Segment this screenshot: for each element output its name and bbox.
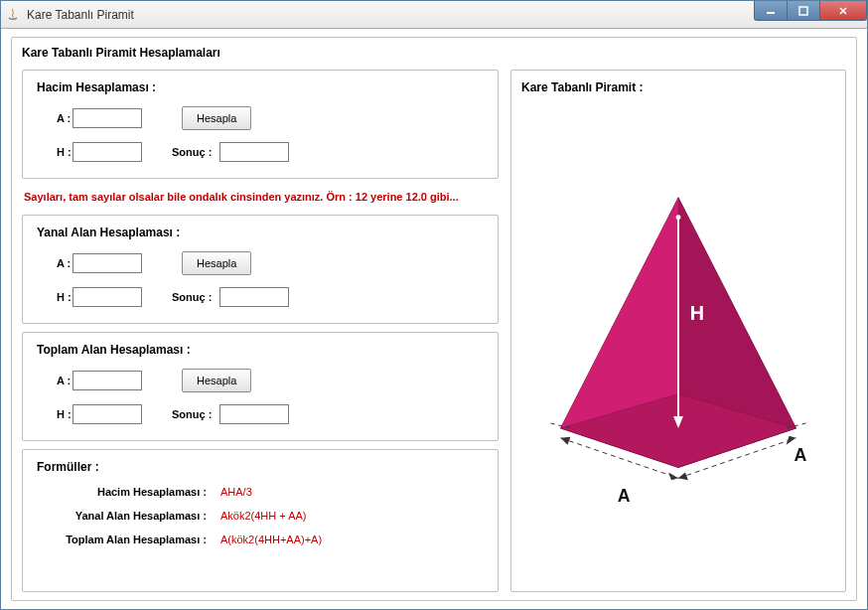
hacim-h-label: H :	[37, 146, 72, 158]
svg-marker-14	[678, 472, 688, 480]
content-area: Kare Tabanlı Piramit Hesaplamaları Hacim…	[1, 29, 867, 609]
minimize-button[interactable]	[754, 1, 788, 21]
hacim-hesapla-button[interactable]: Hesapla	[182, 106, 251, 130]
hacim-sonuc-label: Sonuç :	[172, 146, 212, 158]
main-header: Kare Tabanlı Piramit Hesaplamaları	[22, 46, 846, 60]
maximize-button[interactable]	[787, 1, 820, 21]
svg-marker-11	[561, 437, 571, 445]
yanal-a-label: A :	[37, 257, 72, 269]
svg-marker-15	[787, 436, 796, 445]
svg-marker-12	[668, 472, 678, 480]
toplam-h-input[interactable]	[72, 404, 142, 424]
toplam-h-label: H :	[37, 408, 72, 420]
yanal-title: Yanal Alan Hesaplaması :	[37, 226, 484, 239]
hacim-panel: Hacim Hesaplaması : A : Hesapla H : Sonu…	[22, 70, 499, 179]
yanal-a-input[interactable]	[72, 253, 142, 273]
hacim-h-input[interactable]	[72, 142, 142, 162]
window-title: Kare Tabanlı Piramit	[27, 8, 134, 22]
java-icon	[5, 7, 21, 23]
formula-yanal-value: Akök2(4HH + AA)	[220, 510, 307, 522]
formula-hacim-label: Hacim Hesaplaması :	[37, 486, 220, 498]
formula-toplam-value: A(kök2(4HH+AA)+A)	[220, 534, 322, 545]
diagram-panel: Kare Tabanlı Piramit :	[510, 70, 846, 592]
warning-text: Sayıları, tam sayılar olsalar bile ondal…	[22, 187, 499, 207]
toplam-hesapla-button[interactable]: Hesapla	[182, 369, 251, 392]
titlebar: Kare Tabanlı Piramit	[1, 1, 867, 29]
hacim-a-label: A :	[37, 112, 72, 124]
toplam-a-label: A :	[37, 375, 72, 386]
yanal-h-input[interactable]	[72, 287, 142, 307]
toplam-a-input[interactable]	[72, 371, 142, 390]
yanal-hesapla-button[interactable]: Hesapla	[182, 251, 251, 275]
diagram-title: Kare Tabanlı Piramit :	[521, 80, 835, 94]
svg-rect-1	[799, 7, 807, 15]
yanal-sonuc-label: Sonuç :	[172, 291, 212, 303]
toplam-title: Toplam Alan Hesaplaması :	[37, 343, 484, 357]
toplam-panel: Toplam Alan Hesaplaması : A : Hesapla H …	[22, 332, 499, 441]
columns: Hacim Hesaplaması : A : Hesapla H : Sonu…	[22, 70, 846, 592]
toplam-sonuc-output[interactable]	[219, 404, 289, 424]
formuller-panel: Formüller : Hacim Hesaplaması : AHA/3 Ya…	[22, 449, 499, 592]
main-panel: Kare Tabanlı Piramit Hesaplamaları Hacim…	[11, 37, 857, 601]
diagram-h-label: H	[690, 302, 704, 324]
hacim-a-input[interactable]	[72, 108, 142, 128]
formula-toplam-label: Toplam Alan Hesaplaması :	[37, 534, 220, 545]
yanal-h-label: H :	[37, 291, 72, 303]
left-column: Hacim Hesaplaması : A : Hesapla H : Sonu…	[22, 70, 499, 592]
window-controls	[755, 1, 867, 21]
right-column: Kare Tabanlı Piramit :	[510, 70, 846, 592]
close-button[interactable]	[819, 1, 867, 21]
svg-rect-0	[767, 12, 775, 14]
toplam-sonuc-label: Sonuç :	[172, 408, 212, 420]
diagram-a1-label: A	[618, 486, 631, 506]
yanal-panel: Yanal Alan Hesaplaması : A : Hesapla H :…	[22, 215, 499, 324]
hacim-title: Hacim Hesaplaması :	[37, 80, 484, 94]
formuller-title: Formüller :	[37, 460, 484, 474]
pyramid-diagram: H A A	[521, 106, 835, 583]
formula-hacim-value: AHA/3	[220, 486, 252, 498]
yanal-sonuc-output[interactable]	[219, 287, 289, 307]
hacim-sonuc-output[interactable]	[219, 142, 289, 162]
formula-yanal-label: Yanal Alan Hesaplaması :	[37, 510, 220, 522]
svg-point-9	[676, 215, 681, 220]
app-window: Kare Tabanlı Piramit Kare Tabanlı Pirami…	[0, 0, 868, 610]
diagram-a2-label: A	[795, 445, 807, 465]
